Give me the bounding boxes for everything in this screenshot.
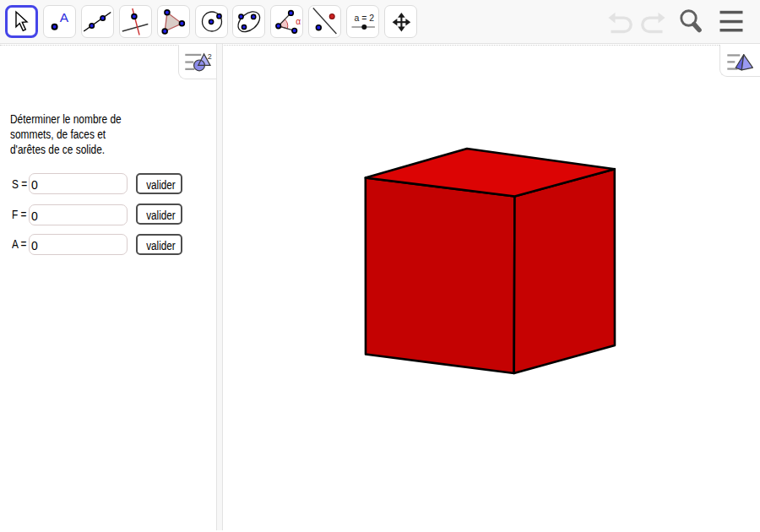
svg-text:2: 2 xyxy=(208,52,212,61)
svg-text:α: α xyxy=(296,17,301,26)
svg-text:a = 2: a = 2 xyxy=(354,13,374,23)
svg-text:A: A xyxy=(60,10,69,24)
